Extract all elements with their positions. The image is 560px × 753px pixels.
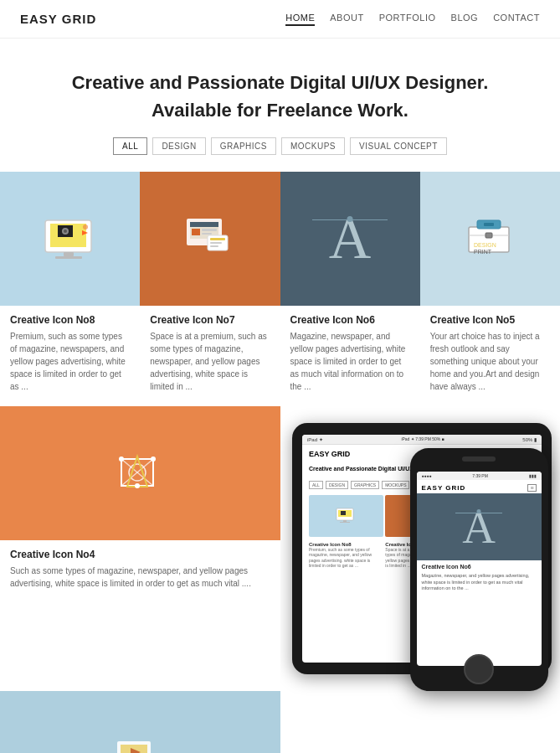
grid-thumb-no8 (0, 172, 140, 306)
grid-cell-no6[interactable]: A Creative Icon No6 Magazine, newspaper,… (280, 172, 420, 406)
svg-rect-11 (190, 222, 218, 227)
grid-cell-no7[interactable]: Creative Icon No7 Space is at a premium,… (140, 172, 280, 406)
grid-info-no4: Creative Icon No4 Such as some types of … (0, 540, 280, 603)
grid-cell-no4[interactable]: Creative Icon No4 Such as some types of … (0, 406, 280, 691)
svg-rect-18 (210, 245, 218, 247)
grid-thumb-no5: DESIGN PRINT (420, 172, 560, 306)
grid-desc-no6: Magazine, newspaper, and yellow pages ad… (290, 330, 410, 393)
svg-rect-13 (202, 229, 217, 231)
svg-rect-23 (486, 233, 492, 238)
grid-info-no8: Creative Icon No8 Premium, such as some … (0, 306, 140, 406)
nav-blog[interactable]: BLOG (451, 13, 479, 26)
grid-title-no8: Creative Icon No8 (10, 314, 130, 326)
svg-marker-30 (127, 456, 147, 487)
svg-rect-16 (210, 238, 225, 240)
iphone-screen: ●●●●7:39 PM▮▮▮ EASY GRID ≡ A Creative Ic… (417, 472, 542, 666)
grid-thumb-no4 (0, 406, 280, 540)
svg-rect-14 (202, 233, 212, 235)
svg-rect-5 (64, 252, 74, 256)
iphone-logo: EASY GRID ≡ (417, 480, 542, 493)
tv-icon (39, 212, 101, 266)
nav-contact[interactable]: CONTACT (493, 13, 540, 26)
grid-desc-no4: Such as some types of magazine, newspape… (10, 565, 270, 590)
grid-thumb-no3 (0, 691, 280, 753)
iphone-statusbar: ●●●●7:39 PM▮▮▮ (417, 472, 542, 480)
ipad-grid-cell-1 (309, 495, 383, 537)
svg-rect-44 (341, 511, 346, 515)
iphone-mockup: ●●●●7:39 PM▮▮▮ EASY GRID ≡ A Creative Ic… (410, 448, 548, 691)
nav-portfolio[interactable]: PORTFOLIO (379, 13, 436, 26)
header: EASY GRID HOME ABOUT PORTFOLIO BLOG CONT… (0, 0, 560, 39)
svg-text:PRINT: PRINT (474, 249, 492, 255)
grid-title-no6: Creative Icon No6 (290, 314, 410, 326)
grid-cell-no3[interactable]: Creative Icon No3 Space is at a premium,… (0, 691, 280, 753)
nav-about[interactable]: ABOUT (330, 13, 363, 26)
media-icon (109, 731, 172, 754)
grid-info-no7: Creative Icon No7 Space is at a premium,… (140, 306, 280, 406)
nav: HOME ABOUT PORTFOLIO BLOG CONTACT (285, 13, 540, 26)
typography-icon: A (329, 209, 372, 268)
devices-area: iPad ✦iPad ✦ 7:39 PM 50% ■50% ▮ EASY GRI… (280, 406, 561, 753)
filter-visual-concept[interactable]: VISUAL CONCEPT (350, 137, 447, 155)
iphone-icon-area: A (417, 493, 542, 560)
svg-point-7 (83, 224, 88, 230)
grid-desc-no5: Your art choice has to inject a fresh ou… (430, 330, 550, 393)
geometry-icon (109, 446, 172, 501)
ipad-statusbar: iPad ✦iPad ✦ 7:39 PM 50% ■50% ▮ (302, 435, 542, 445)
grid-info-no6: Creative Icon No6 Magazine, newspaper, a… (280, 306, 420, 406)
svg-rect-45 (343, 520, 347, 522)
filter-design[interactable]: DESIGN (152, 137, 205, 155)
logo: EASY GRID (20, 12, 96, 26)
grid-desc-no8: Premium, such as some types of magazine,… (10, 330, 130, 393)
grid-desc-no7: Space is at a premium, such as some type… (150, 330, 270, 393)
svg-point-33 (135, 483, 140, 488)
nav-home[interactable]: HOME (285, 13, 315, 26)
svg-rect-46 (340, 522, 350, 523)
grid-thumb-no7 (140, 172, 280, 306)
toolbox-icon: DESIGN PRINT (459, 212, 521, 266)
design-icon (178, 212, 241, 266)
svg-point-31 (119, 456, 124, 462)
grid-cell-no8[interactable]: Creative Icon No8 Premium, such as some … (0, 172, 140, 406)
ipad-info-1: Creative Icon No8 Premium, such as some … (309, 542, 382, 569)
svg-text:DESIGN: DESIGN (474, 242, 496, 248)
iphone-desc: Magazine, newspaper, and yellow pages ad… (417, 573, 542, 592)
grid-left-col: Creative Icon No4 Such as some types of … (0, 406, 280, 753)
filter-bar: ALL DESIGN GRAPHICS MOCKUPS VISUAL CONCE… (17, 137, 543, 155)
svg-rect-12 (192, 229, 200, 235)
iphone-caption: Creative Icon No6 (417, 560, 542, 573)
svg-point-32 (151, 456, 156, 462)
svg-rect-6 (55, 256, 82, 259)
grid-info-no5: Creative Icon No5 Your art choice has to… (420, 306, 560, 406)
hero-headline: Creative and Passionate Digital UI/UX De… (17, 69, 543, 124)
grid-cell-no5[interactable]: DESIGN PRINT Creative Icon No5 Your art … (420, 172, 560, 406)
grid-thumb-no6: A (280, 172, 420, 306)
grid-title-no7: Creative Icon No7 (150, 314, 270, 326)
filter-mockups[interactable]: MOCKUPS (281, 137, 345, 155)
filter-all[interactable]: ALL (113, 137, 147, 155)
grid-title-no5: Creative Icon No5 (430, 314, 550, 326)
hero-section: Creative and Passionate Digital UI/UX De… (0, 39, 560, 172)
svg-point-4 (64, 230, 67, 233)
filter-graphics[interactable]: GRAPHICS (211, 137, 276, 155)
grid-row-1: Creative Icon No8 Premium, such as some … (0, 172, 560, 406)
svg-rect-21 (484, 223, 494, 226)
svg-rect-17 (210, 242, 222, 244)
grid-row-2-section: Creative Icon No4 Such as some types of … (0, 406, 560, 753)
grid-title-no4: Creative Icon No4 (10, 549, 270, 560)
